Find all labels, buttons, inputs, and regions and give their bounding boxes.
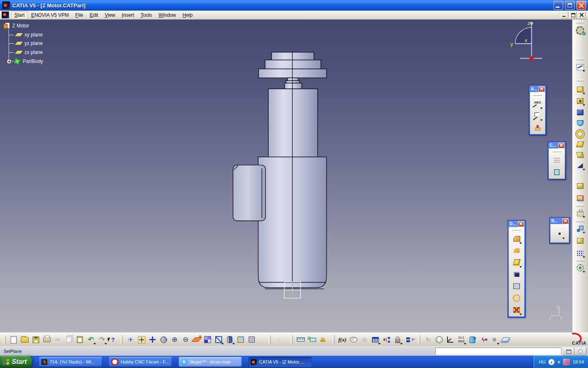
toolbar-dressup-titlebar[interactable]: D... [509, 221, 524, 227]
toolbar-grip[interactable] [576, 21, 584, 23]
draft-angle-button[interactable] [511, 256, 522, 268]
shading-button[interactable] [224, 334, 235, 345]
zoom-out-button[interactable]: ⊖ [180, 334, 191, 345]
knowledge-inspector-button[interactable] [381, 334, 392, 345]
start-button[interactable]: Start [0, 356, 32, 368]
redo-button[interactable]: ↷ [96, 334, 107, 345]
rotate-button[interactable] [158, 334, 169, 345]
print-button[interactable] [41, 334, 52, 345]
catia-app-icon[interactable] [2, 1, 10, 9]
toolbar-annotations-titlebar[interactable]: A... [530, 86, 545, 92]
toolbar-grip[interactable] [576, 79, 584, 81]
toolbar-grip[interactable] [576, 204, 584, 206]
edge-fillet-button[interactable] [511, 233, 522, 245]
mdi-minimize-button[interactable] [561, 11, 568, 18]
toolbar-grip[interactable] [269, 335, 271, 344]
eraser-button[interactable] [500, 334, 511, 345]
toolbar-grip[interactable] [418, 335, 420, 344]
measure-item-button[interactable] [306, 334, 317, 345]
tree-node-xy-plane[interactable]: xy plane [14, 32, 43, 38]
sew-surface-button[interactable] [575, 208, 586, 218]
tree-node-yz-plane[interactable]: yz plane [14, 40, 43, 46]
cut-button[interactable]: ✂ [52, 334, 63, 345]
normal-view-button[interactable] [191, 334, 202, 345]
scaling-button[interactable] [575, 263, 586, 273]
pad-button[interactable] [575, 84, 586, 95]
thread-tap-button[interactable] [511, 292, 522, 304]
flag-note-button[interactable] [532, 110, 543, 121]
shell-button[interactable] [511, 268, 522, 280]
minimize-button[interactable] [554, 1, 563, 10]
tree-expander-plus[interactable] [7, 59, 12, 64]
copy-button[interactable] [63, 334, 74, 345]
menu-window[interactable]: Window [155, 11, 179, 19]
loft-button[interactable] [575, 181, 586, 191]
close-toolbar-button[interactable] [518, 221, 524, 227]
toolbar-constraints-titlebar[interactable]: C... [549, 143, 565, 148]
remove-face-button[interactable] [511, 304, 522, 316]
viewport-3d[interactable]: z y x z y x Z Motor [0, 20, 588, 332]
design-table-button[interactable] [370, 334, 381, 345]
menu-view[interactable]: View [101, 11, 118, 19]
toolbar-grip[interactable] [291, 335, 293, 344]
constraint-button[interactable] [551, 166, 562, 178]
open-button[interactable] [19, 334, 30, 345]
menu-file[interactable]: File [72, 11, 86, 19]
model-connector-box[interactable] [233, 165, 266, 221]
toolbar-grip[interactable] [512, 229, 521, 231]
close-toolbar-button[interactable] [562, 218, 568, 224]
reference-element-button[interactable] [554, 228, 565, 240]
parameters-list-button[interactable]: ≡ [489, 334, 500, 345]
tree-node-zx-plane[interactable]: zx plane [14, 49, 43, 55]
tray-app-icon[interactable] [563, 359, 570, 365]
compass[interactable]: z y x [510, 20, 542, 61]
menu-start[interactable]: Start [11, 11, 28, 19]
fly-mode-button[interactable]: ✈ [125, 334, 136, 345]
menu-insert[interactable]: Insert [118, 11, 137, 19]
synchronize-button[interactable]: ↻ [423, 334, 434, 345]
status-info-button[interactable] [575, 348, 586, 355]
compass-anchor[interactable] [530, 56, 534, 61]
catalog-browser-button[interactable] [434, 334, 445, 345]
pan-button[interactable] [147, 334, 158, 345]
toolbar-grip[interactable] [576, 58, 584, 60]
tree-node-partbody[interactable]: PartBody [14, 58, 43, 65]
thickness-button[interactable] [511, 280, 522, 292]
sketcher-button[interactable] [575, 62, 586, 72]
toolbar-grip[interactable] [576, 220, 584, 222]
wireframe-button[interactable] [246, 334, 257, 345]
tree-node-root[interactable]: Z Motor [3, 22, 29, 29]
toolbar-grip[interactable] [332, 335, 334, 344]
3d-scene[interactable]: z y x z y x [0, 20, 588, 332]
taskbar-item-opera[interactable]: Hobby CNC Fórum - F... [109, 357, 172, 367]
menu-edit[interactable]: Edit [87, 11, 102, 19]
menu-help[interactable]: Help [179, 11, 196, 19]
isometric-view-button[interactable] [213, 334, 224, 345]
document-icon[interactable] [2, 11, 9, 18]
hide-icons-chevron[interactable]: ‹ [548, 359, 555, 365]
toolbar-reference-titlebar[interactable]: R... [550, 218, 569, 224]
menu-enovia[interactable]: ENOVIA V5 VPM [28, 11, 72, 19]
toolbar-grip[interactable] [4, 335, 6, 344]
chamfer-button[interactable] [511, 245, 522, 256]
toolbar-grip[interactable] [120, 335, 122, 344]
slot-button[interactable] [575, 150, 586, 160]
lock-button[interactable] [392, 334, 403, 345]
zoom-in-button[interactable]: ⊕ [169, 334, 180, 345]
formula-button[interactable]: f(x) [337, 334, 348, 345]
knowledge-note-button[interactable] [348, 334, 359, 345]
toolbar-grip[interactable] [552, 150, 561, 152]
menu-tools[interactable]: Tools [137, 11, 155, 19]
save-button[interactable] [30, 334, 41, 345]
url-button[interactable] [359, 334, 370, 345]
rules-button[interactable]: }= [403, 334, 414, 345]
capture-button[interactable] [273, 334, 284, 345]
close-button[interactable] [577, 1, 586, 10]
taskbar-item-skype[interactable]: S Skype™ - kicsa-man [179, 357, 242, 367]
constraints-in-dialog-button[interactable] [551, 154, 562, 166]
whats-this-button[interactable]: ? [107, 334, 118, 345]
removed-loft-button[interactable] [575, 193, 586, 204]
compass-free-rotation-handle[interactable] [530, 22, 533, 25]
mdi-close-button[interactable] [578, 11, 586, 18]
measure-between-button[interactable] [295, 334, 306, 345]
